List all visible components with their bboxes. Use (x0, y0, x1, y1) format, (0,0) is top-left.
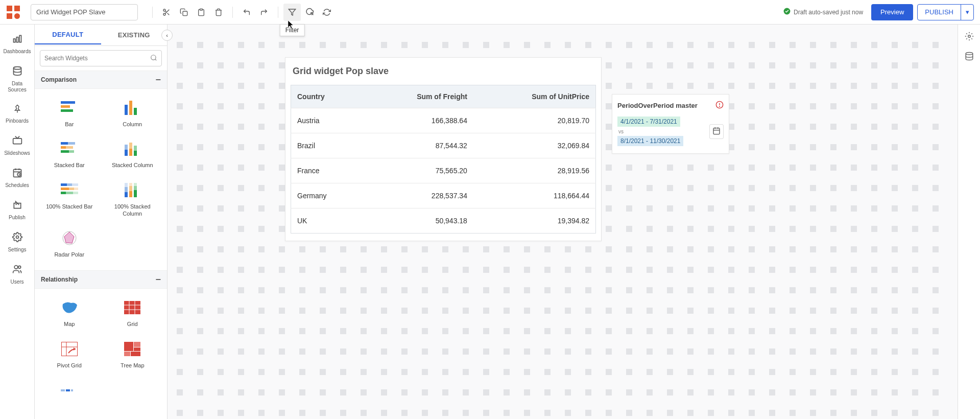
rail-slideshows[interactable]: Slideshows (0, 130, 34, 162)
grid-widget[interactable]: Grid widget Pop slave Country Sum of Fre… (285, 57, 602, 241)
widget-grid[interactable]: Grid (101, 294, 164, 335)
rail-users[interactable]: Users (0, 259, 34, 291)
widget-extra[interactable] (38, 376, 101, 404)
date-range-1[interactable]: 4/1/2021 - 7/31/2021 (617, 117, 680, 127)
publish-button[interactable]: PUBLISH ▾ (917, 4, 974, 20)
svg-rect-43 (129, 149, 132, 156)
widget-column[interactable]: Column (101, 94, 164, 135)
svg-line-23 (19, 174, 20, 175)
date-range-2[interactable]: 8/1/2021 - 11/30/2021 (617, 136, 683, 146)
app-logo[interactable] (6, 5, 20, 19)
svg-point-85 (719, 106, 720, 107)
widget-100-stacked-column[interactable]: 100% Stacked Column (101, 176, 164, 225)
svg-point-90 (968, 35, 970, 38)
rail-schedules[interactable]: Schedules (0, 162, 34, 195)
tab-default[interactable]: DEFAULT (35, 26, 101, 44)
rail-dashboards[interactable]: Dashboards (0, 29, 34, 61)
cell-unitprice: 19,394.82 (473, 208, 596, 234)
col-header[interactable]: Sum of UnitPrice (473, 85, 596, 108)
error-icon[interactable] (715, 101, 724, 110)
dashboard-canvas[interactable]: Grid widget Pop slave Country Sum of Fre… (168, 25, 958, 419)
svg-rect-53 (61, 192, 66, 194)
svg-point-26 (18, 266, 20, 268)
widget-stacked-bar[interactable]: Stacked Bar (38, 135, 101, 176)
svg-rect-77 (134, 347, 140, 351)
svg-rect-50 (61, 188, 69, 190)
widget-pivot-grid[interactable]: Pivot Grid (38, 335, 101, 376)
category-relationship[interactable]: Relationship − (35, 270, 167, 289)
svg-line-5 (165, 11, 166, 12)
relationship-widgets: Map Grid Pivot Grid Tree Map (35, 289, 167, 409)
cut-button[interactable] (158, 4, 175, 21)
svg-rect-44 (129, 143, 132, 149)
widget-radar-polar[interactable]: Radar Polar (38, 224, 101, 265)
minus-icon[interactable]: − (155, 275, 161, 284)
left-rail: Dashboards Data Sources Pinboards Slides… (0, 25, 35, 419)
svg-rect-82 (71, 389, 73, 391)
properties-icon[interactable] (965, 32, 974, 42)
svg-rect-51 (69, 188, 74, 190)
rail-publish[interactable]: Publish (0, 195, 34, 227)
refresh-button[interactable] (318, 4, 336, 21)
rail-pinboards[interactable]: Pinboards (0, 99, 34, 130)
svg-rect-76 (134, 342, 140, 347)
dashboard-title-input[interactable] (31, 4, 138, 20)
delete-button[interactable] (210, 4, 227, 21)
svg-rect-66 (124, 301, 140, 314)
search-input[interactable] (44, 55, 150, 62)
calendar-picker-icon[interactable] (709, 124, 724, 139)
cell-unitprice: 20,819.70 (473, 108, 596, 133)
preview-button[interactable]: Preview (871, 4, 913, 20)
svg-rect-45 (134, 151, 137, 156)
svg-rect-31 (61, 109, 73, 112)
svg-rect-7 (200, 9, 202, 10)
widget-panel: DEFAULT EXISTING ‹ Comparison − Bar Colu… (35, 25, 168, 419)
svg-marker-8 (289, 9, 295, 15)
col-header[interactable]: Country (291, 85, 364, 108)
svg-rect-36 (68, 142, 75, 145)
table-row[interactable]: Germany228,537.34118,664.44 (291, 183, 596, 208)
svg-point-1 (163, 9, 165, 11)
table-row[interactable]: Austria166,388.6420,819.70 (291, 108, 596, 133)
rail-settings[interactable]: Settings (0, 227, 34, 259)
svg-line-28 (155, 59, 157, 60)
filter-button[interactable]: Filter (283, 4, 301, 21)
datasources-icon (12, 66, 22, 78)
period-widget[interactable]: PeriodOverPeriod master 4/1/2021 - 7/31/… (612, 94, 729, 154)
copy-button[interactable] (175, 4, 193, 21)
minus-icon[interactable]: − (155, 75, 161, 84)
cell-unitprice: 32,069.84 (473, 133, 596, 158)
svg-rect-81 (66, 389, 70, 391)
separator (152, 7, 153, 18)
panel-collapse-button[interactable]: ‹ (161, 30, 173, 41)
tab-existing[interactable]: EXISTING (101, 26, 168, 44)
svg-rect-58 (125, 183, 128, 187)
database-icon[interactable] (965, 52, 974, 62)
rail-datasources[interactable]: Data Sources (0, 61, 34, 99)
widget-stacked-column[interactable]: Stacked Column (101, 135, 164, 176)
cell-country: Austria (291, 108, 364, 133)
tv-icon (12, 135, 22, 147)
col-header[interactable]: Sum of Freight (364, 85, 473, 108)
table-row[interactable]: UK50,943.1819,394.82 (291, 208, 596, 234)
table-row[interactable]: Brazil87,544.3232,069.84 (291, 133, 596, 158)
widget-tree-map[interactable]: Tree Map (101, 335, 164, 376)
svg-rect-78 (124, 352, 130, 356)
vs-label: vs (617, 129, 624, 134)
widget-search[interactable] (40, 50, 162, 66)
svg-rect-16 (13, 138, 21, 144)
undo-button[interactable] (238, 4, 255, 21)
redo-button[interactable] (255, 4, 273, 21)
table-row[interactable]: France75,565.2028,919.56 (291, 158, 596, 183)
svg-rect-14 (19, 35, 21, 42)
widget-100-stacked-bar[interactable]: 100% Stacked Bar (38, 176, 101, 225)
paste-button[interactable] (193, 4, 210, 21)
svg-rect-55 (73, 192, 78, 194)
grid-widget-title: Grid widget Pop slave (285, 58, 601, 82)
widget-map[interactable]: Map (38, 294, 101, 335)
chevron-down-icon[interactable]: ▾ (961, 5, 973, 20)
widget-bar[interactable]: Bar (38, 94, 101, 135)
svg-rect-79 (131, 352, 140, 356)
image-button[interactable] (301, 4, 318, 21)
category-comparison[interactable]: Comparison − (35, 71, 167, 89)
